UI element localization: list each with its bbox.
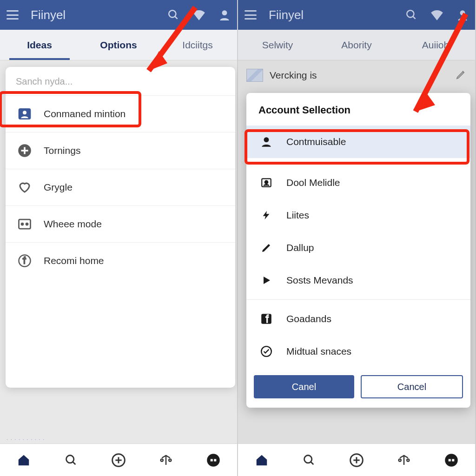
confirm-button[interactable]: Canel [254,375,354,398]
svg-rect-45 [452,459,454,461]
tab-bar: Selwity Abority Auiioh [238,30,475,60]
hamburger-icon[interactable] [245,10,257,20]
svg-point-27 [460,10,465,15]
account-midtual-snaces[interactable]: Midtual snaces [246,335,470,368]
wifi-icon [192,9,205,20]
svg-point-2 [222,10,227,15]
right-pane: Fiinyel Selwity Abority Auiioh Vercking … [238,0,476,476]
option-label: Recomi home [44,255,104,266]
tab-options[interactable]: Options [79,30,158,60]
bolt-icon [259,208,273,222]
account-label: Goadands [286,313,331,324]
svg-point-14 [66,455,74,463]
option-tornings[interactable]: Tornings [6,132,235,169]
account-sosts-mevands[interactable]: Sosts Mevands [246,264,470,297]
account-dallup[interactable]: Dallup [246,231,470,264]
option-recomi-home[interactable]: Recomi home [6,243,235,279]
thumbnail-icon [246,69,263,82]
page-header: Vercking is [238,60,475,87]
check-circle-icon [259,344,273,358]
tab-idciitgs[interactable]: Idciitgs [158,30,237,60]
top-app-bar: Fiinyel [0,0,237,30]
option-conmaned-mintion[interactable]: Conmaned mintion [6,96,235,132]
hamburger-icon[interactable] [7,10,19,20]
home-icon[interactable] [16,452,32,468]
profile-icon[interactable] [218,9,231,21]
facebook-circle-icon [17,253,33,269]
plus-circle-icon [17,143,33,159]
svg-point-28 [264,137,269,142]
edit-icon[interactable] [456,69,467,82]
tab-ideas[interactable]: Ideas [0,30,79,60]
cancel-button[interactable]: Cancel [361,375,463,398]
option-label: Conmaned mintion [44,108,126,119]
balance-icon[interactable] [396,452,412,468]
svg-rect-24 [214,459,216,461]
header-text: Vercking is [270,70,317,81]
svg-line-36 [311,462,314,464]
top-app-bar: Fiinyel [238,0,475,30]
svg-point-9 [21,223,23,225]
dialog-buttons: Canel Cancel [246,368,470,408]
account-label: Contmuisable [286,136,346,147]
account-label: Sosts Mevands [286,275,353,286]
dropdown-panel: Sanch nyda... Conmaned mintion Tornings … [6,67,235,388]
heart-icon [17,179,33,195]
svg-point-20 [161,459,163,461]
svg-point-4 [23,111,26,114]
account-goadands[interactable]: Goadands [246,303,470,335]
facebook-square-icon [259,312,273,326]
option-label: Wheee mode [44,218,102,230]
tab-bar: Ideas Options Idciitgs [0,30,237,60]
svg-point-30 [265,181,268,184]
add-icon[interactable] [349,452,364,468]
svg-rect-44 [449,459,451,461]
badge-icon[interactable] [205,452,221,468]
search-icon[interactable] [167,9,179,21]
account-liites[interactable]: Liites [246,199,470,231]
person-icon [259,135,273,149]
account-contmuisable[interactable]: Contmuisable [246,126,470,158]
play-icon [259,273,273,287]
account-dool-melidle[interactable]: Dool Melidle [246,166,470,199]
badge-icon[interactable] [443,452,459,468]
bottom-nav [238,443,475,476]
svg-point-35 [304,455,312,463]
tab-abority[interactable]: Abority [317,30,396,60]
account-label: Dool Melidle [286,177,340,188]
app-title: Fiinyel [269,8,304,22]
svg-point-22 [207,454,220,467]
profile-icon[interactable] [456,9,469,21]
balance-icon[interactable] [158,452,174,468]
person-card-icon [17,106,33,122]
svg-point-0 [169,10,176,17]
svg-point-43 [445,454,458,467]
search-nav-icon[interactable] [63,452,79,468]
svg-line-26 [413,16,415,19]
add-icon[interactable] [111,452,126,468]
svg-rect-23 [211,459,213,461]
option-label: Tornings [44,145,80,156]
search-icon[interactable] [405,9,417,21]
home-icon[interactable] [254,452,270,468]
svg-line-1 [175,16,177,19]
search-nav-icon[interactable] [301,452,317,468]
window-icon [17,216,33,232]
option-wheee-mode[interactable]: Wheee mode [6,206,235,243]
option-grygle[interactable]: Grygle [6,169,235,206]
pen-icon [259,241,273,255]
app-title: Fiinyel [31,8,66,22]
footer-text: · · · · · · · · · · [7,436,45,443]
svg-rect-7 [21,150,28,152]
svg-point-25 [407,10,414,17]
svg-point-21 [169,459,171,461]
search-input[interactable]: Sanch nyda... [6,67,235,96]
option-label: Grygle [44,182,73,193]
tab-selwity[interactable]: Selwity [238,30,317,60]
left-pane: Fiinyel Ideas Options Idciitgs Sanch nyd… [0,0,238,476]
tab-auiioh[interactable]: Auiioh [396,30,475,60]
wifi-icon [430,9,443,20]
account-label: Midtual snaces [286,346,351,357]
account-label: Liites [286,210,309,221]
account-label: Dallup [286,242,314,253]
